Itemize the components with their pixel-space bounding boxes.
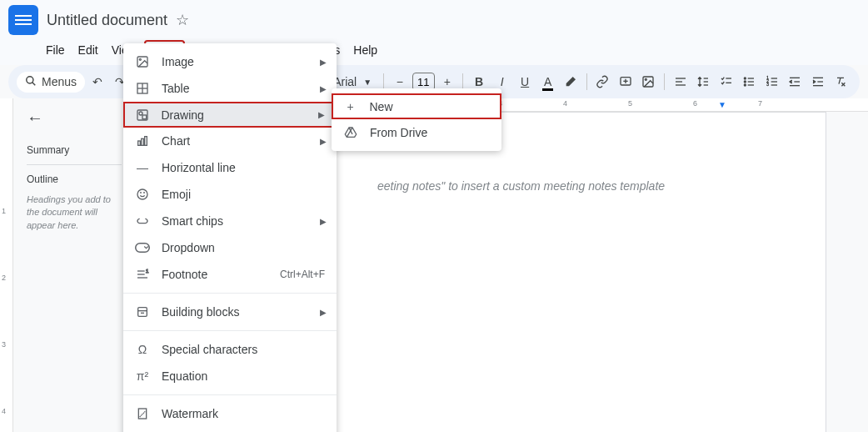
outline-sidebar: ← Summary Outline Headings you add to th… xyxy=(13,98,135,432)
insert-equation-item[interactable]: π²Equation xyxy=(123,363,337,389)
blocks-icon xyxy=(135,304,150,319)
pi-icon: π² xyxy=(135,369,150,384)
search-label: Menus xyxy=(42,75,77,88)
svg-rect-45 xyxy=(145,137,147,146)
svg-rect-43 xyxy=(138,141,141,145)
emoji-icon xyxy=(135,187,150,202)
insert-drawing-item[interactable]: Drawing▶ xyxy=(123,102,337,128)
svg-rect-44 xyxy=(142,138,144,145)
svg-point-17 xyxy=(745,84,746,86)
chart-icon xyxy=(135,133,150,148)
submenu-arrow-icon: ▶ xyxy=(320,217,327,226)
table-icon xyxy=(135,81,150,96)
svg-point-47 xyxy=(141,193,142,193)
image-icon xyxy=(135,54,150,69)
svg-line-1 xyxy=(32,82,36,85)
bulleted-list-button[interactable] xyxy=(739,70,760,93)
insert-smartchips-item[interactable]: Smart chips▶ xyxy=(123,208,337,234)
insert-table-item[interactable]: Table▶ xyxy=(123,75,337,102)
menu-edit[interactable]: Edit xyxy=(72,40,104,60)
insert-dropdown: Image▶ Table▶ Drawing▶ Chart▶ —Horizonta… xyxy=(123,43,337,432)
highlight-button[interactable] xyxy=(560,70,581,93)
svg-rect-54 xyxy=(138,308,147,317)
sidebar-hint: Headings you add to the document will ap… xyxy=(27,193,122,232)
svg-text:3: 3 xyxy=(766,83,769,87)
submenu-arrow-icon: ▶ xyxy=(320,137,327,146)
search-icon xyxy=(25,75,37,89)
undo-button[interactable]: ↶ xyxy=(87,70,107,93)
document-title[interactable]: Untitled document xyxy=(47,12,167,29)
insert-dropdown-item[interactable]: Dropdown xyxy=(123,234,337,261)
drawing-fromdrive-item[interactable]: From Drive xyxy=(332,119,501,146)
svg-line-58 xyxy=(140,411,146,417)
smartchips-icon xyxy=(135,213,150,229)
insert-blocks-item[interactable]: Building blocks▶ xyxy=(123,299,337,325)
svg-point-15 xyxy=(745,78,746,79)
comment-button[interactable] xyxy=(615,70,636,93)
watermark-icon xyxy=(135,406,150,421)
docs-logo-icon[interactable] xyxy=(8,5,38,35)
numbered-list-button[interactable]: 123 xyxy=(761,70,782,93)
drive-icon xyxy=(343,125,358,140)
link-button[interactable] xyxy=(592,70,613,93)
insert-image-button[interactable] xyxy=(638,70,659,93)
vertical-ruler: 1 2 3 4 xyxy=(0,98,13,432)
back-arrow-icon[interactable]: ← xyxy=(27,108,122,128)
underline-button[interactable]: U xyxy=(514,70,535,93)
align-button[interactable] xyxy=(670,70,691,93)
svg-point-16 xyxy=(745,81,746,83)
svg-rect-42 xyxy=(142,115,147,119)
omega-icon: Ω xyxy=(135,342,150,357)
increase-indent-button[interactable] xyxy=(807,70,828,93)
checklist-button[interactable] xyxy=(716,70,736,93)
decrease-indent-button[interactable] xyxy=(785,70,806,93)
svg-point-6 xyxy=(646,78,647,80)
submenu-arrow-icon: ▶ xyxy=(318,110,325,119)
dropdown-icon xyxy=(135,240,150,255)
text-color-button[interactable]: A xyxy=(537,70,558,93)
footnote-icon: 1 xyxy=(135,267,150,282)
sidebar-outline-heading: Outline xyxy=(27,173,122,185)
shortcut-label: Ctrl+Alt+F xyxy=(280,269,325,280)
drawing-new-item[interactable]: +New xyxy=(332,93,501,119)
svg-point-36 xyxy=(139,58,141,60)
insert-chart-item[interactable]: Chart▶ xyxy=(123,128,337,154)
star-icon[interactable]: ☆ xyxy=(176,11,189,29)
svg-point-0 xyxy=(27,76,33,83)
insert-emoji-item[interactable]: Emoji xyxy=(123,181,337,208)
submenu-arrow-icon: ▶ xyxy=(320,58,327,67)
insert-footnote-item[interactable]: 1FootnoteCtrl+Alt+F xyxy=(123,261,337,288)
svg-point-46 xyxy=(137,189,147,199)
insert-headers-item[interactable]: Headers & footers▶ xyxy=(123,427,337,432)
line-spacing-button[interactable] xyxy=(693,70,714,93)
search-menus[interactable]: Menus xyxy=(17,72,85,93)
drawing-submenu: +New From Drive xyxy=(332,88,501,151)
menu-file[interactable]: File xyxy=(40,40,71,60)
sidebar-summary-heading: Summary xyxy=(27,144,122,156)
menu-help[interactable]: Help xyxy=(347,40,383,60)
insert-specialchars-item[interactable]: ΩSpecial characters xyxy=(123,336,337,363)
titlebar: Untitled document ☆ xyxy=(0,0,868,40)
ruler-marker-icon: ▼ xyxy=(718,100,726,109)
clear-formatting-button[interactable] xyxy=(830,70,851,93)
svg-text:1: 1 xyxy=(146,269,149,274)
submenu-arrow-icon: ▶ xyxy=(320,308,327,317)
submenu-arrow-icon: ▶ xyxy=(320,84,327,93)
plus-icon: + xyxy=(343,99,358,114)
placeholder-text: eeting notes" to insert a custom meeting… xyxy=(377,179,751,193)
insert-hline-item[interactable]: —Horizontal line xyxy=(123,154,337,181)
insert-image-item[interactable]: Image▶ xyxy=(123,48,337,75)
hline-icon: — xyxy=(135,160,150,175)
svg-point-48 xyxy=(144,193,145,193)
insert-watermark-item[interactable]: Watermark xyxy=(123,400,337,427)
drawing-icon xyxy=(135,108,150,123)
